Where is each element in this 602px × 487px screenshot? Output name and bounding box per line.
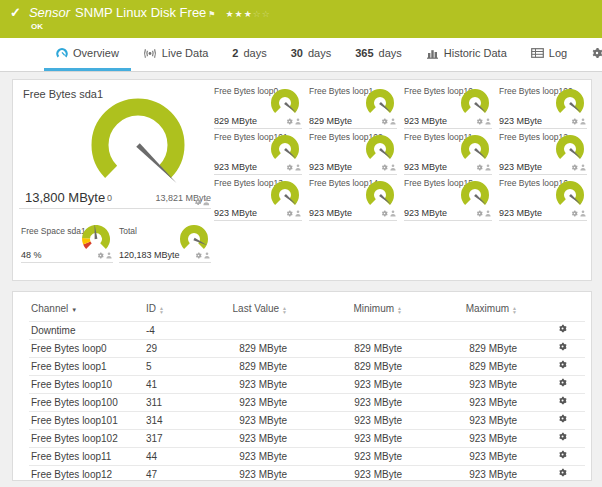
column-header-last-value[interactable]: Last Value▲▼	[199, 297, 289, 321]
gauge-action-icons[interactable]	[381, 157, 396, 175]
gauge-action-icons[interactable]	[571, 157, 586, 175]
gauge-action-icons[interactable]	[286, 111, 301, 129]
tab-30-days[interactable]: 30days	[279, 38, 344, 71]
priority-stars[interactable]: ★★★☆☆	[226, 9, 271, 19]
user-icon[interactable]	[485, 111, 491, 129]
channel-settings-gear-icon[interactable]	[519, 339, 569, 357]
tab-label: Overview	[73, 47, 119, 59]
user-icon[interactable]	[580, 111, 586, 129]
gauge-action-icons[interactable]	[476, 203, 491, 221]
user-icon[interactable]	[203, 192, 210, 210]
status-badge: OK	[31, 22, 43, 31]
channel-table-panel: Channel▼ID▲▼Last Value▲▼Minimum▲▼Maximum…	[12, 291, 592, 481]
column-header-id[interactable]: ID▲▼	[144, 297, 199, 321]
table-row: Free Bytes loop1144923 MByte923 MByte923…	[29, 447, 585, 465]
tab-live-data[interactable]: Live Data	[131, 38, 220, 71]
user-icon[interactable]	[390, 203, 396, 221]
gear-icon[interactable]	[381, 157, 388, 175]
column-header-maximum[interactable]: Maximum▲▼	[404, 297, 519, 321]
gauge-action-icons[interactable]	[381, 203, 396, 221]
user-icon[interactable]	[580, 203, 586, 221]
cell-filler	[569, 375, 585, 393]
main-gauge-scale-min: 0	[107, 193, 112, 203]
column-header-channel[interactable]: Channel▼	[29, 297, 144, 321]
channel-settings-gear-icon[interactable]	[519, 321, 569, 339]
cell-id: -4	[144, 321, 199, 339]
gauge-value: 923 MByte	[404, 116, 447, 126]
table-row: Free Bytes loop100311923 MByte923 MByte9…	[29, 393, 585, 411]
user-icon[interactable]	[295, 157, 301, 175]
tab-365-days[interactable]: 365days	[343, 38, 414, 71]
cell-last-value: 923 MByte	[199, 375, 289, 393]
channel-settings-gear-icon[interactable]	[519, 375, 569, 393]
tab-historic-data[interactable]: Historic Data	[414, 38, 519, 71]
tab-2-days[interactable]: 2days	[220, 38, 278, 71]
gear-icon[interactable]	[286, 111, 293, 129]
user-icon[interactable]	[485, 203, 491, 221]
gear-icon[interactable]	[476, 203, 483, 221]
cell-channel: Downtime	[29, 321, 144, 339]
mini-gauge-tile: Free Bytes loop11923 MByte	[404, 131, 492, 175]
user-icon[interactable]	[580, 157, 586, 175]
gauge-action-icons[interactable]	[476, 157, 491, 175]
gear-icon[interactable]	[571, 111, 578, 129]
channel-settings-gear-icon[interactable]	[519, 429, 569, 447]
user-icon[interactable]	[485, 157, 491, 175]
gear-icon[interactable]	[571, 157, 578, 175]
gauge-action-icons[interactable]	[286, 157, 301, 175]
gear-icon[interactable]	[381, 111, 388, 129]
gear-icon[interactable]	[195, 245, 202, 263]
cell-channel: Free Bytes loop101	[29, 411, 144, 429]
gear-icon[interactable]	[286, 203, 293, 221]
user-icon[interactable]	[295, 111, 301, 129]
user-icon[interactable]	[390, 157, 396, 175]
column-label: ID	[146, 303, 156, 314]
channel-settings-gear-icon[interactable]	[519, 465, 569, 481]
column-header-minimum[interactable]: Minimum▲▼	[289, 297, 404, 321]
channel-settings-gear-icon[interactable]	[519, 393, 569, 411]
cell-last-value: 923 MByte	[199, 429, 289, 447]
gauge-action-icons[interactable]	[476, 111, 491, 129]
gear-icon[interactable]	[476, 157, 483, 175]
table-row: Free Bytes loop1247923 MByte923 MByte923…	[29, 465, 585, 481]
mini-gauge-tile: Free Bytes loop16923 MByte	[499, 177, 587, 221]
user-icon[interactable]	[390, 111, 396, 129]
sort-icon: ▲▼	[282, 306, 287, 314]
gear-icon[interactable]	[381, 203, 388, 221]
tab-settings[interactable]: Settings	[579, 38, 602, 71]
gauge-action-icons[interactable]	[195, 245, 210, 263]
gauge-action-icons[interactable]	[97, 245, 112, 263]
channel-table: Channel▼ID▲▼Last Value▲▼Minimum▲▼Maximum…	[29, 297, 585, 481]
gauge-value: 923 MByte	[309, 208, 352, 218]
gear-icon[interactable]	[286, 157, 293, 175]
gauge-value: 923 MByte	[499, 162, 542, 172]
cell-channel: Free Bytes loop12	[29, 465, 144, 481]
column-label: Last Value	[233, 303, 280, 314]
cell-maximum: 923 MByte	[404, 393, 519, 411]
gauge-label: Total	[119, 226, 137, 236]
gauge-action-icons[interactable]	[286, 203, 301, 221]
gauge-action-icons[interactable]	[571, 111, 586, 129]
bottom-gauge-tile: Total120,183 MByte	[119, 225, 211, 263]
gear-icon[interactable]	[97, 245, 104, 263]
tab-log[interactable]: Log	[519, 38, 579, 71]
user-icon[interactable]	[204, 245, 210, 263]
column-label: Channel	[31, 303, 68, 314]
gear-icon[interactable]	[194, 192, 202, 210]
user-icon[interactable]	[295, 203, 301, 221]
cell-filler	[569, 429, 585, 447]
user-icon[interactable]	[106, 245, 112, 263]
channel-settings-gear-icon[interactable]	[519, 357, 569, 375]
channel-settings-gear-icon[interactable]	[519, 411, 569, 429]
cell-id: 29	[144, 339, 199, 357]
tab-overview[interactable]: Overview	[44, 38, 131, 71]
gauge-action-icons[interactable]	[571, 203, 586, 221]
main-gauge-action-icons[interactable]	[194, 192, 210, 210]
gear-icon[interactable]	[476, 111, 483, 129]
gauge-action-icons[interactable]	[381, 111, 396, 129]
mini-gauge-tile: Free Bytes loop1829 MByte	[309, 85, 397, 129]
gear-icon[interactable]	[571, 203, 578, 221]
tab-label: Log	[549, 47, 567, 59]
main-gauge-tile: Free Bytes sda1 13,800 MByte 0 13,821 MB…	[19, 85, 211, 209]
channel-settings-gear-icon[interactable]	[519, 447, 569, 465]
